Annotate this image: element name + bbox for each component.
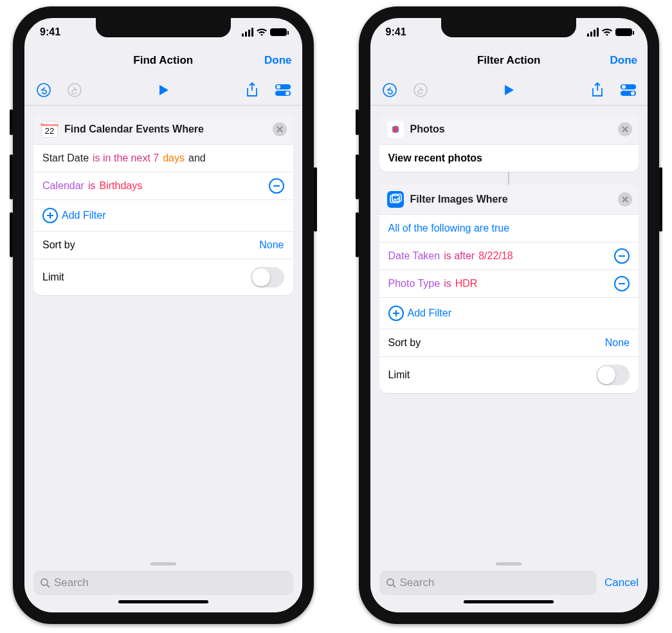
- bottom-sheet: Search: [24, 556, 302, 612]
- toolbar: [24, 75, 302, 106]
- battery-icon: [270, 28, 287, 36]
- play-button[interactable]: [154, 81, 172, 99]
- nav-bar: Find Action Done: [24, 46, 302, 75]
- add-filter-row[interactable]: Add Filter: [33, 199, 293, 231]
- remove-filter-button[interactable]: [614, 248, 630, 264]
- remove-action-button[interactable]: [618, 122, 632, 136]
- filter-row-calendar[interactable]: Calendar is Birthdays: [33, 172, 293, 199]
- wifi-icon: [601, 28, 613, 37]
- limit-row: Limit: [379, 356, 639, 393]
- filter-row-date-taken[interactable]: Date Taken is after 8/22/18: [379, 242, 639, 270]
- search-input[interactable]: Search: [33, 571, 293, 595]
- volume-down: [356, 212, 359, 257]
- notch: [96, 18, 231, 37]
- calendar-icon: Wednesday22: [41, 121, 58, 138]
- remove-action-button[interactable]: [618, 192, 632, 206]
- card-header: Wednesday22 Find Calendar Events Where: [33, 115, 293, 144]
- toolbar: [370, 75, 648, 106]
- operator-token: is: [88, 180, 96, 192]
- sort-value: None: [605, 337, 630, 349]
- redo-button[interactable]: [412, 81, 430, 99]
- screen: 9:41 Filter Action Done: [370, 18, 648, 612]
- play-button[interactable]: [500, 81, 518, 99]
- add-filter-label: Add Filter: [62, 210, 105, 221]
- phone-left: 9:41 Find Action Done: [13, 6, 314, 624]
- svg-point-5: [286, 91, 289, 95]
- limit-toggle[interactable]: [596, 365, 630, 385]
- sort-label: Sort by: [42, 239, 75, 251]
- redo-button[interactable]: [66, 81, 84, 99]
- home-indicator[interactable]: [464, 600, 554, 603]
- filter-row-start-date[interactable]: Start Date is in the next 7 days and: [33, 144, 293, 172]
- cancel-button[interactable]: Cancel: [604, 576, 639, 589]
- power-button: [314, 167, 317, 232]
- nav-bar: Filter Action Done: [370, 46, 648, 75]
- status-icons: [242, 28, 287, 37]
- value-token: HDR: [455, 278, 478, 289]
- wifi-icon: [256, 28, 268, 37]
- search-icon: [386, 578, 396, 588]
- add-filter-row[interactable]: Add Filter: [379, 297, 639, 329]
- conjunction-token: and: [188, 152, 206, 164]
- remove-filter-button[interactable]: [269, 178, 284, 194]
- connector: [379, 172, 639, 185]
- row-label: View recent photos: [388, 152, 482, 164]
- card-title: Find Calendar Events Where: [64, 124, 204, 135]
- unit-token: days: [163, 152, 185, 164]
- condition-mode-row[interactable]: All of the following are true: [379, 214, 639, 242]
- search-input[interactable]: Search: [379, 571, 597, 595]
- field-token: Photo Type: [388, 278, 440, 289]
- nav-title: Find Action: [133, 54, 193, 67]
- add-filter-label: Add Filter: [408, 307, 451, 319]
- limit-row: Limit: [33, 259, 293, 295]
- phone-right: 9:41 Filter Action Done: [359, 6, 660, 624]
- undo-button[interactable]: [35, 81, 53, 99]
- view-recent-photos-row[interactable]: View recent photos: [379, 144, 639, 172]
- filter-row-photo-type[interactable]: Photo Type is HDR: [379, 270, 639, 297]
- svg-point-10: [622, 85, 626, 89]
- battery-icon: [615, 28, 632, 36]
- done-button[interactable]: Done: [264, 54, 292, 67]
- settings-toggle-button[interactable]: [619, 81, 637, 99]
- done-button[interactable]: Done: [610, 54, 638, 67]
- grabber[interactable]: [150, 562, 176, 565]
- photos-icon: [387, 121, 404, 138]
- limit-toggle[interactable]: [251, 267, 284, 288]
- remove-filter-button[interactable]: [614, 276, 630, 291]
- sort-by-row[interactable]: Sort by None: [33, 231, 293, 259]
- field-token: Calendar: [42, 180, 84, 192]
- card-title: Photos: [410, 124, 445, 135]
- status-time: 9:41: [386, 26, 406, 38]
- sort-by-row[interactable]: Sort by None: [379, 329, 639, 356]
- card-header: Filter Images Where: [379, 185, 639, 214]
- volume-up: [10, 154, 13, 199]
- status-time: 9:41: [40, 26, 60, 38]
- settings-toggle-button[interactable]: [274, 81, 292, 99]
- find-calendar-events-card: Wednesday22 Find Calendar Events Where S…: [33, 115, 293, 295]
- remove-action-button[interactable]: [273, 122, 287, 136]
- sort-value: None: [259, 239, 284, 251]
- limit-label: Limit: [388, 369, 410, 381]
- operator-token: is: [444, 278, 451, 289]
- share-button[interactable]: [588, 81, 606, 99]
- grabber[interactable]: [496, 562, 522, 565]
- undo-button[interactable]: [381, 81, 399, 99]
- home-indicator[interactable]: [118, 600, 208, 603]
- share-button[interactable]: [243, 81, 261, 99]
- svg-point-12: [631, 91, 635, 95]
- nav-title: Filter Action: [477, 54, 541, 67]
- field-token: Date Taken: [388, 250, 440, 262]
- svg-point-23: [387, 579, 394, 585]
- plus-icon: [388, 306, 404, 321]
- card-header: Photos: [379, 115, 639, 144]
- condition-label: All of the following are true: [388, 223, 510, 234]
- mute-switch: [10, 109, 13, 135]
- screen: 9:41 Find Action Done: [24, 18, 302, 612]
- sort-label: Sort by: [388, 337, 421, 349]
- filter-images-card: Filter Images Where All of the following…: [379, 185, 639, 393]
- svg-point-3: [277, 85, 280, 89]
- card-title: Filter Images Where: [410, 194, 508, 205]
- power-button: [659, 167, 662, 232]
- svg-point-6: [41, 579, 48, 585]
- operator-token: is after: [444, 250, 475, 262]
